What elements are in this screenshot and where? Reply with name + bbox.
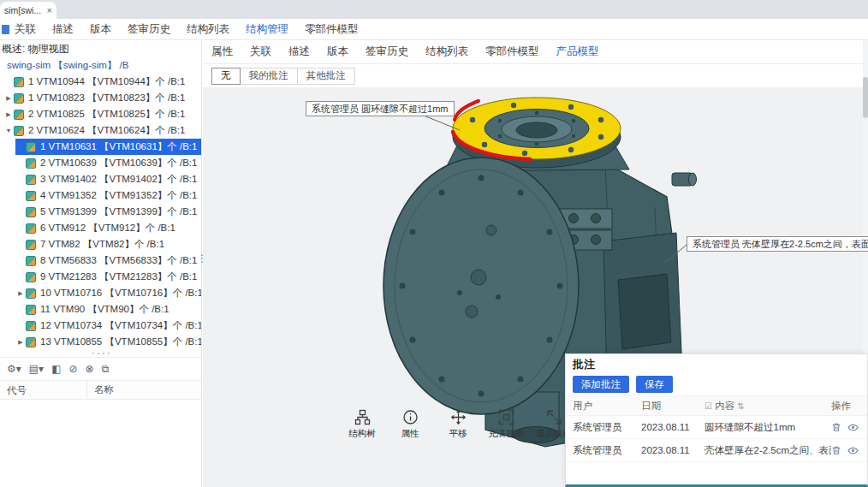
part-icon bbox=[14, 126, 24, 136]
menu-item-5[interactable]: 结构管理 bbox=[246, 22, 288, 37]
delete-comment-icon[interactable] bbox=[831, 422, 841, 432]
structure-tree-icon bbox=[354, 409, 371, 425]
tree-item-5[interactable]: 2 VTM10639 【VTM10639】个 /B:1 bbox=[15, 155, 201, 171]
expand-arrow-icon[interactable]: ▶ bbox=[3, 95, 14, 102]
tree-splitter[interactable] bbox=[0, 350, 201, 357]
tree-item-1[interactable]: ▶1 VTM10823 【VTM10823】个 /B:1 bbox=[3, 90, 201, 106]
checkbox-icon[interactable]: ☑ bbox=[705, 401, 712, 411]
app-icon bbox=[2, 25, 9, 34]
part-icon bbox=[14, 93, 24, 104]
tree-item-0[interactable]: 1 VTM10944 【VTM10944】个 /B:1 bbox=[3, 74, 201, 90]
tab-4[interactable]: 签审历史 bbox=[366, 45, 408, 59]
tab-0[interactable]: 属性 bbox=[211, 45, 233, 59]
menu-item-4[interactable]: 结构列表 bbox=[187, 22, 229, 37]
tab-1[interactable]: 关联 bbox=[250, 45, 271, 59]
comments-column-2: ☑ 内容 ⇅ bbox=[705, 400, 831, 413]
tree-item-11[interactable]: 8 VTM56833 【VTM56833】个 /B:1 bbox=[15, 252, 201, 269]
tree-item-label: 11 VTM90 【VTM90】个 /B:1 bbox=[40, 303, 169, 316]
settings-dropdown-icon[interactable]: ⚙▾ bbox=[7, 364, 21, 374]
tree-item-13[interactable]: ▶10 VTM10716 【VTM10716】个 /B:1 bbox=[15, 285, 201, 301]
browser-tab[interactable]: sim[swi... × bbox=[0, 2, 56, 19]
fit-view-button[interactable]: 充满视图 bbox=[486, 409, 526, 440]
menu-bar: 关联描述版本签审历史结构列表结构管理零部件模型 bbox=[0, 19, 868, 40]
part-icon bbox=[14, 77, 24, 87]
tree-item-label: 5 VTM91399 【VTM91399】个 /B:1 bbox=[40, 205, 197, 218]
tree-item-8[interactable]: 5 VTM91399 【VTM91399】个 /B:1 bbox=[15, 204, 201, 220]
expand-arrow-icon[interactable]: ▼ bbox=[3, 128, 14, 134]
tree-item-label: 2 VTM10624 【VTM10624】个 /B:1 bbox=[28, 124, 185, 137]
tab-close-icon[interactable]: × bbox=[47, 5, 52, 15]
comment-row-1: 系统管理员2023.08.11壳体壁厚在2-2.5cm之间、表面光滑无磨痕 bbox=[566, 439, 867, 462]
menu-item-0[interactable]: 关联 bbox=[15, 22, 36, 37]
part-icon bbox=[26, 321, 36, 331]
model-knob bbox=[672, 173, 697, 186]
menu-item-1[interactable]: 描述 bbox=[52, 22, 74, 37]
info-icon bbox=[402, 409, 419, 425]
menu-item-6[interactable]: 零部件模型 bbox=[305, 22, 359, 37]
delete-comment-icon[interactable] bbox=[831, 445, 841, 455]
tab-5[interactable]: 结构列表 bbox=[425, 45, 468, 59]
menu-item-2[interactable]: 版本 bbox=[90, 22, 111, 37]
tree-item-label: 10 VTM10716 【VTM10716】个 /B:1 bbox=[40, 287, 201, 300]
copy-icon[interactable]: ⧉ bbox=[102, 364, 110, 374]
save-comment-button[interactable]: 保存 bbox=[636, 376, 673, 393]
clear-icon[interactable]: ⊘ bbox=[69, 364, 78, 374]
expand-arrow-icon[interactable]: ▶ bbox=[15, 339, 26, 346]
comment-actions bbox=[831, 445, 867, 456]
tab-3[interactable]: 版本 bbox=[327, 45, 348, 59]
comment-row-0: 系统管理员2023.08.11圆环缝隙不超过1mm bbox=[566, 416, 867, 439]
expand-arrow-icon[interactable]: ▶ bbox=[3, 111, 14, 118]
bookmark-icon[interactable]: ◧ bbox=[51, 364, 61, 374]
root-node[interactable]: swing-sim 【swing-sim】 /B bbox=[0, 57, 201, 74]
tree-item-3[interactable]: ▼2 VTM10624 【VTM10624】个 /B:1 bbox=[3, 122, 201, 139]
comments-rows: 系统管理员2023.08.11圆环缝隙不超过1mm系统管理员2023.08.11… bbox=[566, 416, 867, 462]
toolbar-label: 平移 bbox=[449, 428, 467, 440]
view-comment-icon[interactable] bbox=[847, 422, 859, 433]
tree-toolbar: ⚙▾▤▾◧⊘⊗⧉ bbox=[0, 357, 201, 381]
view-comment-icon[interactable] bbox=[847, 445, 859, 456]
display-mode-dropdown-icon[interactable]: ▤▾ bbox=[29, 364, 44, 374]
tree-item-6[interactable]: 3 VTM91402 【VTM91402】个 /B:1 bbox=[15, 171, 201, 187]
tree-item-15[interactable]: 12 VTM10734 【VTM10734】个 /B:1 bbox=[15, 318, 201, 334]
tree-item-label: 1 VTM10823 【VTM10823】个 /B:1 bbox=[28, 92, 185, 104]
tab-2[interactable]: 描述 bbox=[288, 45, 310, 59]
toolbar-label: 属性 bbox=[401, 428, 419, 440]
show-hide-icon bbox=[546, 409, 562, 425]
comment-actions bbox=[831, 422, 867, 433]
menu-item-3[interactable]: 签审历史 bbox=[128, 22, 170, 37]
comment-user: 系统管理员 bbox=[566, 444, 641, 457]
root-node-label: swing-sim 【swing-sim】 /B bbox=[7, 60, 129, 70]
scrollbar-thumb[interactable] bbox=[863, 77, 868, 118]
filter-button-2[interactable]: 其他批注 bbox=[297, 68, 355, 85]
filter-button-0[interactable]: 无 bbox=[211, 68, 241, 85]
comments-column-label: 内容 bbox=[712, 401, 737, 411]
remove-icon[interactable]: ⊗ bbox=[86, 364, 94, 374]
structure-tree-button[interactable]: 结构树 bbox=[342, 409, 382, 440]
tab-7[interactable]: 产品模型 bbox=[556, 45, 599, 59]
tree-item-label: 4 VTM91352 【VTM91352】个 /B:1 bbox=[40, 189, 197, 202]
add-comment-button[interactable]: 添加批注 bbox=[573, 376, 629, 393]
annotation-callout[interactable]: 系统管理员 壳体壁厚在2-2.5cm之间，表面光滑无磨痕 bbox=[687, 236, 868, 252]
expand-arrow-icon[interactable]: ▶ bbox=[15, 290, 26, 297]
tree-item-4[interactable]: 1 VTM10631 【VTM10631】个 /B:1 bbox=[15, 139, 201, 155]
pan-button[interactable]: 平移 bbox=[438, 409, 478, 440]
tree-item-16[interactable]: ▶13 VTM10855 【VTM10855】个 /B:1 bbox=[15, 334, 201, 350]
comments-column-3: 操作 bbox=[831, 400, 867, 413]
tree-item-2[interactable]: ▶2 VTM10825 【VTM10825】个 /B:1 bbox=[3, 106, 201, 122]
tree-item-12[interactable]: 9 VTM21283 【VTM21283】个 /B:1 bbox=[15, 269, 201, 285]
properties-button[interactable]: 属性 bbox=[390, 409, 430, 440]
tab-6[interactable]: 零部件模型 bbox=[485, 45, 539, 59]
tree-item-label: 3 VTM91402 【VTM91402】个 /B:1 bbox=[40, 173, 197, 186]
annotation-callout[interactable]: 系统管理员 圆环缝隙不超过1mm bbox=[306, 101, 455, 116]
tree-item-14[interactable]: 11 VTM90 【VTM90】个 /B:1 bbox=[15, 301, 201, 318]
tree-item-10[interactable]: 7 VTM82 【VTM82】个 /B:1 bbox=[15, 236, 201, 252]
sort-icon[interactable]: ⇅ bbox=[737, 401, 744, 411]
tree-item-9[interactable]: 6 VTM912 【VTM912】个 /B:1 bbox=[15, 220, 201, 236]
part-icon bbox=[26, 288, 36, 299]
panel-resize-handle[interactable]: ⋮ bbox=[197, 255, 204, 279]
structure-panel: 概述: 物理视图 swing-sim 【swing-sim】 /B 1 VTM1… bbox=[0, 40, 202, 487]
comment-content: 壳体壁厚在2-2.5cm之间、表面光滑无磨痕 bbox=[705, 444, 831, 457]
tree-item-7[interactable]: 4 VTM91352 【VTM91352】个 /B:1 bbox=[15, 187, 201, 204]
pan-icon bbox=[450, 409, 467, 425]
filter-button-1[interactable]: 我的批注 bbox=[240, 68, 298, 85]
